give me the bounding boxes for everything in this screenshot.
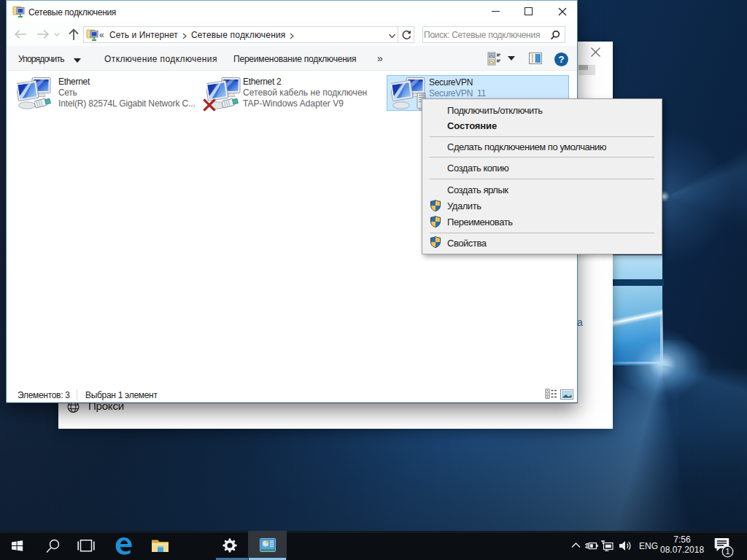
svg-text:1: 1	[726, 548, 730, 556]
